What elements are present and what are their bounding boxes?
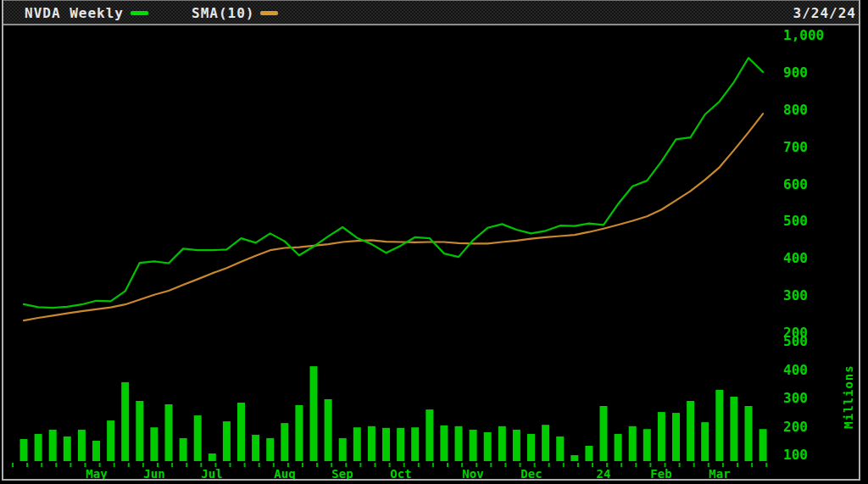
- volume-bar: [281, 423, 288, 461]
- volume-bar: [600, 406, 608, 461]
- volume-bar: [136, 401, 143, 461]
- volume-bar: [35, 434, 42, 461]
- volume-bar: [107, 420, 114, 461]
- price-axis-label: 300: [783, 288, 808, 303]
- volume-bar: [150, 427, 158, 461]
- volume-bar: [658, 412, 665, 461]
- volume-bar: [64, 437, 71, 461]
- volume-bar: [527, 434, 535, 461]
- volume-bar: [223, 421, 231, 461]
- volume-bar: [542, 425, 549, 461]
- volume-bar: [440, 426, 448, 461]
- volume-bar: [237, 403, 245, 461]
- volume-bar: [252, 435, 259, 461]
- volume-bar: [49, 430, 57, 461]
- volume-bar: [643, 429, 651, 461]
- volume-bar: [570, 455, 578, 461]
- volume-bar: [513, 430, 520, 461]
- volume-bar: [194, 415, 202, 461]
- volume-bar: [78, 430, 86, 461]
- volume-bar: [715, 390, 723, 461]
- volume-bar: [295, 405, 303, 461]
- volume-bar: [339, 438, 347, 461]
- volume-bar: [382, 428, 390, 461]
- price-axis-label: 1,000: [783, 28, 824, 43]
- volume-bar: [165, 404, 173, 461]
- volume-bar: [426, 409, 433, 461]
- volume-bar: [701, 422, 709, 461]
- price-axis-label: 800: [783, 103, 808, 118]
- volume-bar: [455, 426, 463, 461]
- volume-bar: [730, 397, 737, 461]
- volume-bar: [687, 401, 694, 461]
- volume-bar: [745, 406, 753, 461]
- volume-bar: [556, 437, 564, 461]
- volume-axis-label: 400: [783, 363, 808, 378]
- volume-bar: [397, 428, 404, 461]
- chart-plot-area[interactable]: [0, 0, 868, 484]
- sma-line: [24, 114, 763, 320]
- volume-bar: [484, 432, 492, 461]
- volume-bar: [585, 446, 593, 461]
- price-axis-label: 500: [783, 214, 808, 229]
- volume-bar: [180, 438, 187, 461]
- volume-units-label: Millions: [842, 364, 855, 428]
- volume-bar: [498, 426, 506, 461]
- price-axis-label: 400: [783, 251, 808, 266]
- price-axis-label: 900: [783, 65, 808, 81]
- volume-bar: [92, 441, 100, 461]
- volume-bar: [615, 434, 622, 461]
- volume-axis-label: 500: [783, 334, 808, 349]
- volume-axis-label: 200: [783, 420, 808, 435]
- volume-bar: [368, 426, 376, 461]
- price-axis-label: 700: [783, 140, 808, 155]
- volume-bar: [353, 427, 361, 461]
- volume-axis-label: 100: [783, 448, 808, 463]
- price-line: [24, 58, 763, 308]
- volume-bar: [310, 366, 318, 461]
- volume-bar: [325, 399, 332, 461]
- chart-window: NVDA Weekly SMA(10) 3/24/24 1,0009008007…: [0, 0, 868, 484]
- volume-axis-label: 300: [783, 391, 808, 406]
- volume-bar: [266, 438, 274, 461]
- frame-right-border: [859, 0, 860, 481]
- volume-bar: [470, 430, 477, 461]
- volume-bar: [760, 429, 767, 461]
- volume-bar: [20, 439, 28, 461]
- volume-bar: [672, 413, 680, 461]
- volume-bar: [121, 382, 129, 461]
- volume-bar: [629, 426, 637, 461]
- volume-bar: [209, 453, 216, 461]
- frame-bottom-border: [2, 479, 860, 481]
- frame-left-border: [2, 0, 3, 481]
- price-axis-label: 600: [783, 177, 808, 192]
- volume-bar: [411, 427, 419, 461]
